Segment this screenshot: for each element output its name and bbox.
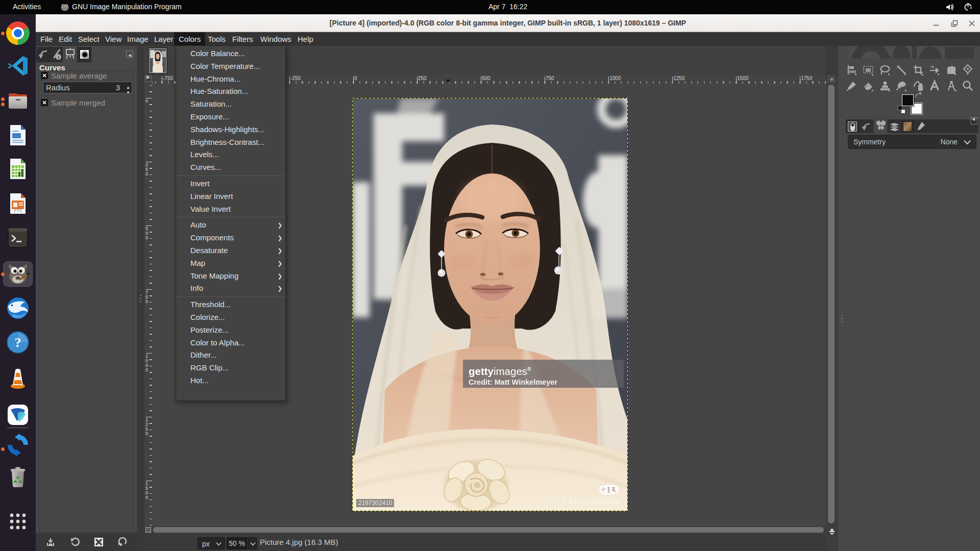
svg-text:Credit: Matt Winkelmeyer: Credit: Matt Winkelmeyer [469, 378, 557, 386]
svg-text:ID: 186742448: ID: 186742448 [575, 498, 620, 506]
svg-text:i: i [58, 55, 59, 60]
svg-text:gettyimages®: gettyimages® [469, 365, 531, 377]
svg-text:?: ? [15, 335, 21, 350]
svg-text:2197302410: 2197302410 [358, 499, 393, 507]
